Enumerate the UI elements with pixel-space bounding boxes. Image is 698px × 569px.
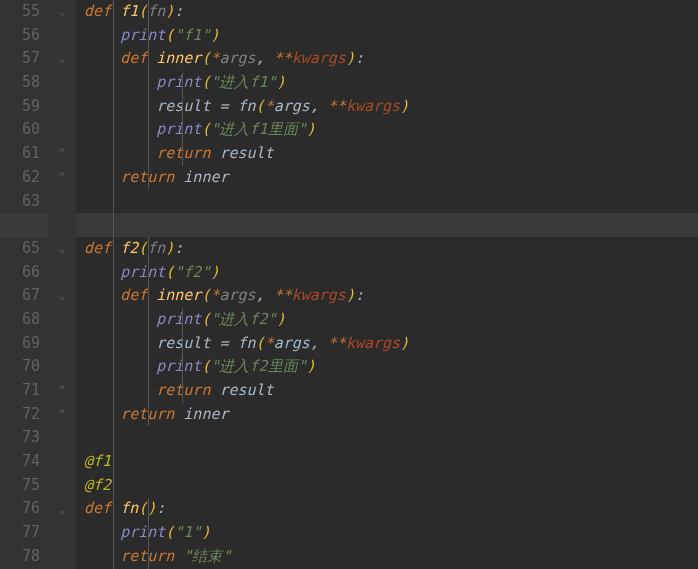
fold-expand-icon[interactable]: ⌃ (52, 166, 72, 190)
code-line[interactable]: print("进入f2里面") (84, 355, 698, 379)
code-line[interactable]: def inner(*args, **kwargs): (84, 284, 698, 308)
fold-gutter: ⌄ ⌄ ⌃ ⌃ ⌄ ⌄ ⌃ ⌃ ⌄ (48, 0, 76, 569)
line-number: 71 (0, 379, 40, 403)
indent-guide (182, 71, 183, 166)
code-line[interactable]: print("f1") (84, 24, 698, 48)
line-number: 78 (0, 545, 40, 569)
fold-expand-icon[interactable]: ⌃ (52, 403, 72, 427)
line-number: 62 (0, 166, 40, 190)
line-number: 67 (0, 284, 40, 308)
indent-guide (148, 237, 149, 426)
line-number: 74 (0, 450, 40, 474)
line-number: 60 (0, 118, 40, 142)
code-line[interactable]: return "结束" (84, 545, 698, 569)
fold-expand-icon[interactable]: ⌃ (52, 142, 72, 166)
fold-collapse-icon[interactable]: ⌄ (52, 498, 72, 522)
code-line[interactable]: def fn(): (84, 497, 698, 521)
indent-guide (148, 0, 149, 189)
line-number: 68 (0, 308, 40, 332)
code-line[interactable]: def f2(fn): (84, 237, 698, 261)
line-number: 72 (0, 403, 40, 427)
indent-guide (113, 0, 114, 569)
line-number: 61 (0, 142, 40, 166)
code-line[interactable] (84, 190, 698, 214)
line-number: 65 (0, 237, 40, 261)
code-line[interactable]: return inner (84, 166, 698, 190)
code-line[interactable]: print("进入f2") (84, 308, 698, 332)
indent-guide (182, 308, 183, 403)
line-number: 66 (0, 261, 40, 285)
line-number: 59 (0, 95, 40, 119)
line-number: 58 (0, 71, 40, 95)
code-line-current[interactable] (84, 213, 698, 237)
code-line[interactable]: result = fn(*args, **kwargs) (84, 332, 698, 356)
line-number: 75 (0, 474, 40, 498)
code-line[interactable] (84, 426, 698, 450)
line-number: 57 (0, 47, 40, 71)
line-number: 77 (0, 521, 40, 545)
line-number: 56 (0, 24, 40, 48)
fold-collapse-icon[interactable]: ⌄ (52, 284, 72, 308)
line-number: 76 (0, 497, 40, 521)
code-line[interactable]: return result (84, 379, 698, 403)
fold-expand-icon[interactable]: ⌃ (52, 379, 72, 403)
code-line[interactable]: result = fn(*args, **kwargs) (84, 95, 698, 119)
code-editor[interactable]: 55 56 57 58 59 60 61 62 63 64 65 66 67 6… (0, 0, 698, 569)
indent-guide (148, 498, 149, 569)
line-number-gutter: 55 56 57 58 59 60 61 62 63 64 65 66 67 6… (0, 0, 48, 569)
code-line[interactable]: print("1") (84, 521, 698, 545)
code-line[interactable]: print("进入f1里面") (84, 118, 698, 142)
code-line[interactable]: return result (84, 142, 698, 166)
code-line[interactable]: @f1 (84, 450, 698, 474)
code-line[interactable]: def f1(fn): (84, 0, 698, 24)
code-line[interactable]: return inner (84, 403, 698, 427)
line-number: 55 (0, 0, 40, 24)
fold-collapse-icon[interactable]: ⌄ (52, 237, 72, 261)
fold-collapse-icon[interactable]: ⌄ (52, 47, 72, 71)
code-line[interactable]: @f2 (84, 474, 698, 498)
code-line[interactable]: print("f2") (84, 261, 698, 285)
line-number: 63 (0, 190, 40, 214)
line-number: 73 (0, 426, 40, 450)
code-area[interactable]: def f1(fn): print("f1") def inner(*args,… (76, 0, 698, 569)
line-number: 69 (0, 332, 40, 356)
line-number: 70 (0, 355, 40, 379)
code-line[interactable]: print("进入f1") (84, 71, 698, 95)
fold-collapse-icon[interactable]: ⌄ (52, 0, 72, 24)
code-line[interactable]: def inner(*args, **kwargs): (84, 47, 698, 71)
